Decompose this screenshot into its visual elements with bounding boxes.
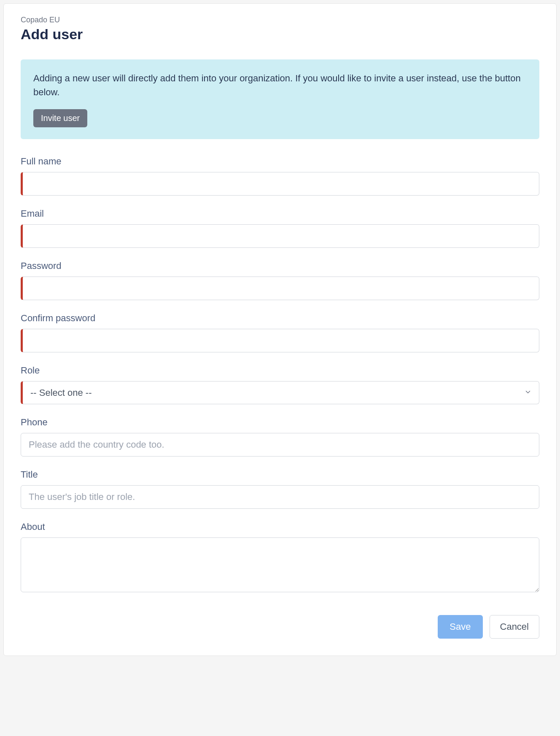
confirm-password-group: Confirm password <box>21 313 539 352</box>
role-select-wrapper: -- Select one -- <box>21 381 539 404</box>
invite-user-button[interactable]: Invite user <box>33 109 87 127</box>
email-label: Email <box>21 208 539 219</box>
breadcrumb: Copado EU <box>21 16 539 24</box>
info-box: Adding a new user will directly add them… <box>21 59 539 139</box>
about-label: About <box>21 521 539 532</box>
email-input[interactable] <box>21 224 539 248</box>
save-button[interactable]: Save <box>438 615 482 639</box>
phone-input[interactable] <box>21 433 539 457</box>
about-textarea[interactable] <box>21 537 539 592</box>
phone-group: Phone <box>21 417 539 457</box>
email-group: Email <box>21 208 539 248</box>
confirm-password-input[interactable] <box>21 329 539 352</box>
form-actions: Save Cancel <box>21 615 539 639</box>
cancel-button[interactable]: Cancel <box>490 615 539 639</box>
full-name-input[interactable] <box>21 172 539 196</box>
password-label: Password <box>21 261 539 271</box>
title-input[interactable] <box>21 485 539 509</box>
role-group: Role -- Select one -- <box>21 365 539 404</box>
password-input[interactable] <box>21 277 539 300</box>
confirm-password-label: Confirm password <box>21 313 539 324</box>
full-name-group: Full name <box>21 156 539 196</box>
title-field-label: Title <box>21 469 539 480</box>
password-group: Password <box>21 261 539 300</box>
role-select[interactable]: -- Select one -- <box>21 381 539 404</box>
add-user-card: Copado EU Add user Adding a new user wil… <box>3 3 557 656</box>
info-text: Adding a new user will directly add them… <box>33 71 527 99</box>
title-group: Title <box>21 469 539 509</box>
phone-label: Phone <box>21 417 539 428</box>
role-label: Role <box>21 365 539 376</box>
page-title: Add user <box>21 26 539 43</box>
full-name-label: Full name <box>21 156 539 167</box>
about-group: About <box>21 521 539 594</box>
